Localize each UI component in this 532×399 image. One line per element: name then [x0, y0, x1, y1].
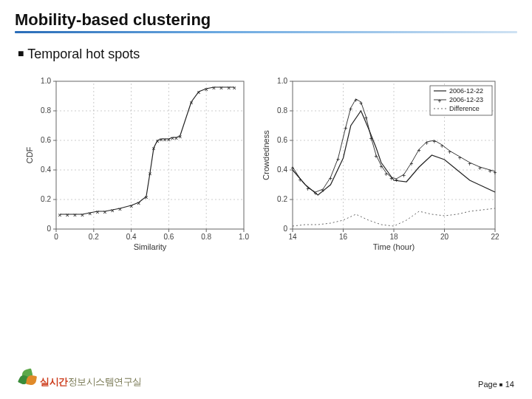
lab-logo: 실시간정보시스템연구실	[18, 368, 142, 389]
svg-text:+: +	[384, 171, 388, 177]
svg-text:+: +	[395, 177, 398, 183]
svg-text:+: +	[354, 97, 358, 103]
svg-text:0.2: 0.2	[41, 195, 51, 203]
svg-text:14: 14	[288, 233, 297, 241]
svg-text:+: +	[359, 100, 363, 106]
svg-text:×: ×	[66, 211, 69, 219]
svg-text:+: +	[389, 175, 393, 182]
svg-text:+: +	[336, 156, 340, 163]
svg-text:+: +	[425, 140, 429, 146]
svg-text:2006-12-22: 2006-12-22	[449, 87, 483, 95]
svg-text:22: 22	[491, 233, 499, 241]
svg-text:×: ×	[148, 170, 151, 177]
svg-text:+: +	[438, 98, 442, 104]
svg-text:20: 20	[440, 233, 449, 241]
logo-text: 실시간정보시스템연구실	[40, 375, 142, 389]
svg-text:2006-12-23: 2006-12-23	[449, 96, 483, 103]
svg-text:18: 18	[389, 233, 398, 241]
page-number: Page ■ 14	[478, 380, 514, 389]
svg-text:+: +	[432, 138, 436, 145]
svg-text:Difference: Difference	[449, 105, 480, 112]
svg-text:×: ×	[219, 84, 223, 92]
svg-text:Similarity: Similarity	[134, 242, 167, 251]
svg-text:1.0: 1.0	[41, 77, 51, 85]
svg-text:×: ×	[151, 145, 155, 152]
svg-text:+: +	[417, 147, 421, 154]
svg-text:0.4: 0.4	[277, 166, 287, 174]
logo-leaf-icon	[18, 368, 38, 389]
svg-text:×: ×	[212, 84, 216, 92]
svg-text:Time (hour): Time (hour)	[373, 242, 415, 251]
svg-text:+: +	[344, 125, 348, 132]
svg-text:+: +	[440, 143, 444, 149]
svg-text:+: +	[410, 160, 414, 167]
svg-text:×: ×	[178, 133, 182, 140]
svg-text:CDF: CDF	[25, 146, 34, 163]
svg-text:0.8: 0.8	[41, 106, 51, 115]
svg-text:+: +	[369, 135, 373, 142]
svg-text:1.0: 1.0	[277, 77, 287, 85]
svg-rect-8	[56, 81, 244, 229]
svg-text:×: ×	[88, 210, 92, 217]
svg-text:×: ×	[110, 207, 114, 214]
svg-text:×: ×	[189, 99, 193, 106]
svg-text:+: +	[349, 106, 352, 112]
svg-text:×: ×	[118, 205, 122, 213]
bullet-icon: ■	[18, 47, 24, 59]
svg-text:+: +	[458, 154, 462, 161]
svg-text:0.2: 0.2	[89, 233, 99, 241]
svg-text:16: 16	[339, 233, 348, 241]
svg-text:×: ×	[137, 200, 140, 207]
svg-text:×: ×	[144, 194, 148, 201]
svg-text:+: +	[321, 187, 325, 194]
slide-title: Mobility-based clustering	[15, 10, 517, 30]
crowdedness-chart: 141618202200.20.40.60.81.0Time (hour)Cro…	[259, 71, 502, 256]
subtitle-text: Temporal hot spots	[27, 47, 140, 61]
svg-text:×: ×	[197, 89, 200, 96]
svg-text:×: ×	[58, 211, 61, 219]
cdf-chart: 00.20.40.60.81.000.20.40.60.81.0Similari…	[22, 71, 251, 256]
svg-text:+: +	[329, 175, 332, 182]
svg-text:0.4: 0.4	[41, 166, 51, 174]
svg-text:+: +	[488, 168, 492, 174]
slide-subtitle: ■ Temporal hot spots	[0, 33, 532, 62]
svg-text:×: ×	[227, 84, 231, 92]
svg-text:+: +	[468, 160, 471, 167]
svg-text:Crowdedness: Crowdedness	[262, 130, 270, 180]
svg-text:0.2: 0.2	[277, 195, 287, 203]
svg-text:×: ×	[103, 208, 106, 216]
svg-text:+: +	[448, 149, 451, 155]
svg-text:0.4: 0.4	[126, 233, 137, 241]
svg-text:+: +	[478, 165, 482, 171]
svg-text:0.6: 0.6	[277, 136, 287, 144]
svg-text:+: +	[494, 169, 497, 176]
svg-text:×: ×	[95, 208, 99, 216]
svg-text:×: ×	[81, 211, 84, 219]
svg-text:×: ×	[73, 211, 77, 219]
svg-text:0: 0	[283, 225, 287, 233]
svg-text:0.8: 0.8	[277, 106, 287, 115]
svg-text:0.8: 0.8	[201, 233, 211, 241]
svg-text:×: ×	[129, 202, 133, 210]
svg-text:0.6: 0.6	[163, 233, 174, 241]
svg-text:+: +	[291, 165, 295, 171]
svg-text:+: +	[313, 190, 317, 197]
svg-text:+: +	[402, 172, 406, 179]
svg-text:×: ×	[233, 84, 236, 92]
svg-text:+: +	[375, 153, 378, 160]
svg-text:0: 0	[54, 233, 58, 241]
svg-text:+: +	[299, 177, 302, 183]
svg-text:+: +	[364, 115, 368, 121]
svg-text:1.0: 1.0	[239, 233, 249, 241]
svg-text:0: 0	[47, 225, 51, 233]
svg-text:×: ×	[204, 86, 208, 93]
svg-text:0.6: 0.6	[41, 136, 51, 144]
svg-text:+: +	[379, 163, 383, 170]
svg-text:+: +	[306, 185, 310, 192]
